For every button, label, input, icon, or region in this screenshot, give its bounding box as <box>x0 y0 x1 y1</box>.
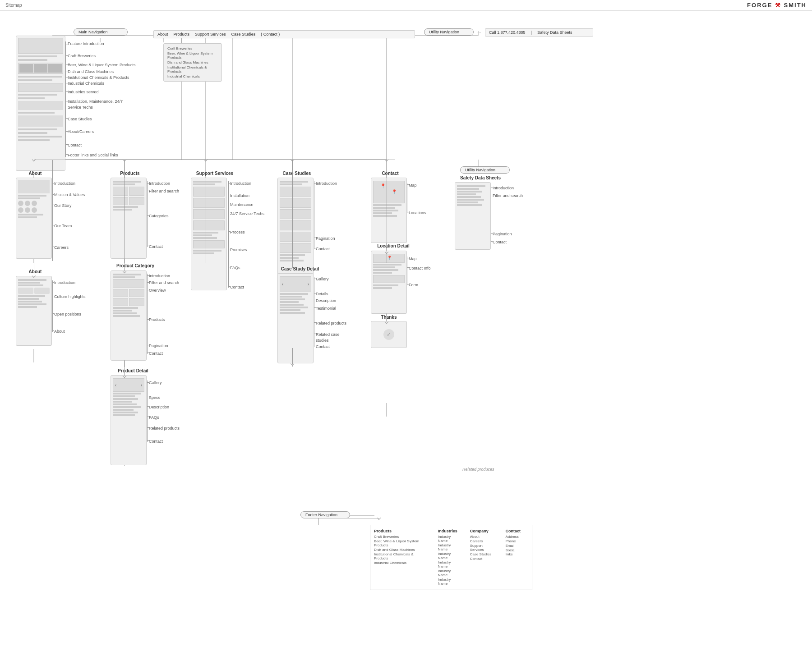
loc-detail-title: Location Detail <box>371 243 416 248</box>
safety-title: Safety Data Sheets <box>456 175 505 180</box>
logo: FORGE ⚒ SMITH <box>747 2 807 9</box>
contact-box: 📍 📍 <box>371 178 407 243</box>
pc-lbl-2: Overview <box>149 288 166 293</box>
hp-label-8: Case Studies <box>68 117 92 121</box>
pd-lbl-1: Specs <box>149 395 160 400</box>
pd-lbl-3: FAQs <box>149 415 159 420</box>
pc-lbl-5: Contact <box>149 351 163 356</box>
prod-lbl-2: Categories <box>149 214 169 218</box>
about-sub-lbl-3: About <box>54 329 65 334</box>
cs-lbl-0: Introduction <box>316 181 337 186</box>
safety-lbl-0: Introduction <box>493 186 514 190</box>
footer-col-industries: Industries Industry Name Industry Name I… <box>438 529 458 586</box>
thanks-box: ✓ <box>371 321 407 348</box>
products-title: Products <box>112 171 148 176</box>
related-produces-label: Related produces <box>462 467 494 472</box>
prod-detail-box: ‹ › <box>111 375 147 465</box>
footer-col-contact: Contact Address Phone Email Social links <box>505 529 521 586</box>
utility-nav2-pill: Utility Navigation <box>460 166 510 174</box>
about-box <box>16 178 52 259</box>
about-sub-title: About <box>17 269 53 274</box>
homepage-box <box>16 36 65 171</box>
case-studies-title: Case Studies <box>279 171 315 176</box>
about-sub-box <box>16 276 52 346</box>
cd-lbl-5: Related case studies <box>316 332 352 343</box>
prod-detail-title: Product Detail <box>111 368 156 373</box>
hp-label-9: About/Careers <box>68 129 94 134</box>
hp-label-11: Footer links and Social links <box>68 153 118 157</box>
sup-lbl-3: 24/7 Service Techs <box>230 211 264 216</box>
cd-lbl-4: Related products <box>316 321 346 325</box>
contact-title: Contact <box>372 171 408 176</box>
pc-lbl-4: Pagination <box>149 344 168 348</box>
pd-lbl-0: Gallery <box>149 380 162 385</box>
sup-lbl-2: Maintenance <box>230 202 254 207</box>
products-dropdown: Craft Breweries Beer, Wine & Liquor Syst… <box>163 43 222 82</box>
about-sub-lbl-1: Culture highlights <box>54 294 86 300</box>
hp-label-5: Industrial Chemicals <box>68 81 104 86</box>
footer-nav-pill: Footer Navigation <box>300 511 350 518</box>
hp-label-2: Beer, Wine & Liquor System Products <box>68 63 136 67</box>
about-title: About <box>17 171 53 176</box>
hp-label-3: Dish and Glass Machines <box>68 69 114 74</box>
sup-lbl-6: FAQs <box>230 266 240 270</box>
safety-box <box>455 182 491 250</box>
support-title: Support Services <box>192 171 237 176</box>
about-lbl-3: Our Team <box>54 224 72 228</box>
loc-detail-box: 📍 <box>371 251 407 314</box>
case-detail-title: Case Study Detail <box>277 266 323 271</box>
thanks-title: Thanks <box>371 315 407 320</box>
prod-cat-title: Product Category <box>111 263 160 268</box>
cd-lbl-3: Testimonial <box>316 306 336 311</box>
ld-lbl-0: Map <box>409 257 417 261</box>
safety-lbl-2: Pagination <box>493 232 512 236</box>
footer-col-company: Company About Careers Support Services C… <box>470 529 494 586</box>
sup-lbl-5: Promises <box>230 247 247 252</box>
prod-lbl-3: Contact <box>149 244 163 249</box>
top-bar: Sitemap FORGE ⚒ SMITH <box>0 0 812 11</box>
hp-label-4: Institutional Chemicals & Products <box>68 75 129 80</box>
pd-lbl-2: Description <box>149 405 169 409</box>
utility-nav-dots: ··· <box>477 30 481 35</box>
hp-label-1: Craft Breweries <box>68 54 96 58</box>
sup-lbl-7: Contact <box>230 285 244 289</box>
main-nav-pill: Main Navigation <box>74 28 128 36</box>
about-lbl-2: Our Story <box>54 203 72 208</box>
products-box <box>111 178 147 259</box>
footer-nav-box: Products Craft Breweries Beer, Wine & Li… <box>370 525 532 590</box>
hp-label-0: Feature Introduction <box>68 41 104 46</box>
pd-lbl-4: Related products <box>149 426 180 431</box>
cd-lbl-0: Gallery <box>316 277 329 281</box>
sup-lbl-0: Introduction <box>230 181 251 186</box>
utility-nav-pill: Utility Navigation <box>424 28 474 36</box>
safety-lbl-1: Filter and search <box>493 193 523 198</box>
about-lbl-4: Careers <box>54 245 69 250</box>
cd-lbl-6: Contact <box>316 344 330 349</box>
prod-cat-box <box>111 270 147 361</box>
pd-lbl-5: Contact <box>149 439 163 444</box>
sup-lbl-4: Process <box>230 230 245 234</box>
contact-lbl-0: Map <box>409 183 417 188</box>
prod-lbl-1: Filter and search <box>149 189 179 193</box>
case-detail-box: ‹ › <box>277 273 314 363</box>
ld-lbl-1: Contact Info <box>409 266 431 270</box>
contact-lbl-1: Locations <box>409 211 426 215</box>
sup-lbl-1: Installation <box>230 193 249 198</box>
cd-lbl-1: Details <box>316 292 328 296</box>
utility-nav-bar: Call 1.877.420.4305 | Safety Data Sheets <box>485 28 593 37</box>
footer-col-products: Products Craft Breweries Beer, Wine & Li… <box>374 529 426 586</box>
ld-lbl-2: Form <box>409 283 418 287</box>
hp-label-7: Installation, Maintenance, 24/7 Service … <box>68 99 131 110</box>
main-nav-bar: About Products Support Services Case Stu… <box>153 30 415 38</box>
pc-lbl-0: Introduction <box>149 274 170 278</box>
safety-lbl-3: Contact <box>493 240 507 244</box>
sitemap-label: Sitemap <box>5 3 22 8</box>
cs-lbl-1: Pagination <box>316 236 335 241</box>
cd-lbl-2: Description <box>316 298 336 303</box>
about-sub-lbl-2: Open positions <box>54 312 81 316</box>
logo-text: FORGE ⚒ SMITH <box>747 2 807 9</box>
about-sub-lbl-0: Introduction <box>54 280 75 285</box>
support-box <box>191 178 227 290</box>
sitemap-container: Main Navigation About Products Support S… <box>0 11 812 669</box>
hp-label-10: Contact <box>68 143 82 147</box>
